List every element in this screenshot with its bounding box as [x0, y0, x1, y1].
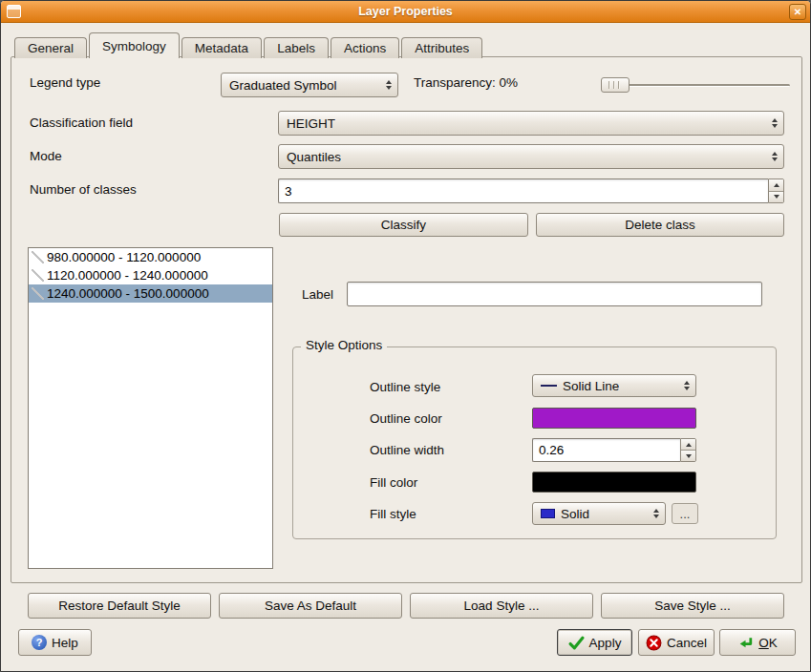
- mode-label: Mode: [30, 149, 62, 163]
- spin-buttons: [680, 438, 696, 462]
- classify-button[interactable]: Classify: [279, 213, 528, 237]
- outline-width-spinner: [532, 438, 696, 462]
- outline-width-input[interactable]: [532, 438, 680, 462]
- spin-down-button[interactable]: [681, 450, 695, 461]
- fill-color-label: Fill color: [370, 475, 417, 490]
- window-title: Layer Properties: [1, 5, 810, 18]
- save-as-default-button[interactable]: Save As Default: [219, 593, 402, 619]
- classification-field-select[interactable]: HEIGHT: [278, 111, 784, 136]
- legend-type-label: Legend type: [30, 75, 100, 90]
- fill-style-select[interactable]: Solid: [532, 502, 666, 525]
- transparency-label: Transparency: 0%: [414, 75, 518, 90]
- class-range-label: 1120.000000 - 1240.000000: [47, 268, 208, 283]
- solid-line-icon: [541, 385, 557, 387]
- chevron-updown-icon: [653, 509, 659, 518]
- style-buttons-row: Restore Default Style Save As Default Lo…: [28, 593, 784, 619]
- class-range-label: 980.000000 - 1120.000000: [47, 250, 201, 264]
- tab-labels[interactable]: Labels: [264, 37, 329, 58]
- classification-field-value: HEIGHT: [287, 116, 335, 131]
- fill-style-more-button[interactable]: ...: [672, 503, 698, 524]
- class-list[interactable]: 980.000000 - 1120.000000 1120.000000 - 1…: [28, 247, 273, 569]
- restore-default-style-label: Restore Default Style: [58, 598, 181, 613]
- solid-fill-icon: [541, 509, 555, 518]
- slider-handle[interactable]: [601, 77, 630, 93]
- spin-down-button[interactable]: [769, 191, 783, 203]
- load-style-label: Load Style ...: [464, 598, 540, 613]
- fill-color-button[interactable]: [532, 472, 696, 493]
- apply-button[interactable]: Apply: [557, 629, 632, 656]
- spin-buttons: [768, 178, 784, 203]
- class-symbol-icon: [32, 251, 44, 263]
- class-list-item-selected[interactable]: 1240.000000 - 1500.000000: [29, 284, 272, 303]
- spin-up-button[interactable]: [681, 439, 695, 450]
- save-style-label: Save Style ...: [654, 598, 731, 613]
- class-list-item[interactable]: 980.000000 - 1120.000000: [29, 248, 272, 266]
- mode-value: Quantiles: [287, 150, 341, 164]
- save-style-button[interactable]: Save Style ...: [601, 593, 784, 619]
- outline-style-select[interactable]: Solid Line: [532, 374, 696, 397]
- enter-arrow-icon: [737, 635, 754, 651]
- ok-button[interactable]: OK: [719, 629, 796, 656]
- delete-class-button[interactable]: Delete class: [536, 213, 784, 237]
- spin-up-button[interactable]: [769, 179, 783, 191]
- legend-type-value: Graduated Symbol: [229, 78, 337, 93]
- label-field-label: Label: [302, 287, 333, 302]
- cancel-icon: [646, 635, 662, 651]
- restore-default-style-button[interactable]: Restore Default Style: [28, 593, 211, 619]
- label-input[interactable]: [347, 282, 762, 306]
- class-list-item[interactable]: 1120.000000 - 1240.000000: [29, 266, 272, 284]
- class-symbol-icon: [32, 287, 44, 300]
- help-button-label: Help: [52, 636, 78, 650]
- cancel-button[interactable]: Cancel: [638, 629, 715, 656]
- close-button[interactable]: ✕: [789, 4, 806, 20]
- mode-select[interactable]: Quantiles: [278, 144, 784, 169]
- outline-style-label: Outline style: [370, 380, 440, 394]
- tab-attributes[interactable]: Attributes: [401, 37, 482, 58]
- outline-width-label: Outline width: [370, 443, 444, 457]
- tab-symbology[interactable]: Symbology: [89, 32, 180, 58]
- chevron-updown-icon: [386, 80, 392, 90]
- delete-class-button-label: Delete class: [625, 218, 695, 232]
- legend-type-select[interactable]: Graduated Symbol: [221, 73, 398, 97]
- outline-color-label: Outline color: [370, 411, 442, 426]
- classify-button-label: Classify: [381, 218, 426, 232]
- outline-style-value: Solid Line: [563, 379, 619, 393]
- style-options-group: Style Options Outline style Solid Line O…: [292, 346, 777, 539]
- save-as-default-label: Save As Default: [265, 598, 356, 613]
- classification-field-label: Classification field: [30, 116, 133, 130]
- style-options-title: Style Options: [301, 338, 387, 352]
- cancel-button-label: Cancel: [667, 636, 707, 650]
- layer-properties-dialog: Layer Properties ✕ General Symbology Met…: [0, 0, 811, 672]
- close-icon: ✕: [794, 7, 801, 17]
- number-of-classes-spinner: [278, 178, 784, 203]
- class-symbol-icon: [32, 269, 44, 282]
- chevron-updown-icon: [684, 381, 690, 390]
- number-of-classes-input[interactable]: [278, 178, 768, 203]
- tab-actions[interactable]: Actions: [331, 37, 399, 58]
- tab-metadata[interactable]: Metadata: [181, 37, 262, 58]
- fill-style-label: Fill style: [370, 507, 416, 521]
- help-button[interactable]: ? Help: [18, 629, 92, 656]
- titlebar[interactable]: Layer Properties ✕: [1, 1, 810, 23]
- load-style-button[interactable]: Load Style ...: [410, 593, 593, 619]
- transparency-slider[interactable]: [601, 77, 790, 93]
- help-icon: ?: [32, 635, 47, 650]
- tab-bar: General Symbology Metadata Labels Action…: [14, 32, 484, 58]
- tab-general[interactable]: General: [14, 37, 87, 58]
- ok-button-label: OK: [758, 636, 778, 650]
- apply-button-label: Apply: [589, 636, 622, 650]
- outline-color-button[interactable]: [532, 408, 696, 429]
- class-range-label: 1240.000000 - 1500.000000: [47, 286, 209, 301]
- number-of-classes-label: Number of classes: [30, 182, 137, 197]
- fill-style-value: Solid: [561, 507, 589, 521]
- chevron-updown-icon: [772, 152, 778, 161]
- chevron-updown-icon: [772, 118, 778, 128]
- checkmark-icon: [568, 635, 585, 651]
- more-button-label: ...: [680, 507, 691, 521]
